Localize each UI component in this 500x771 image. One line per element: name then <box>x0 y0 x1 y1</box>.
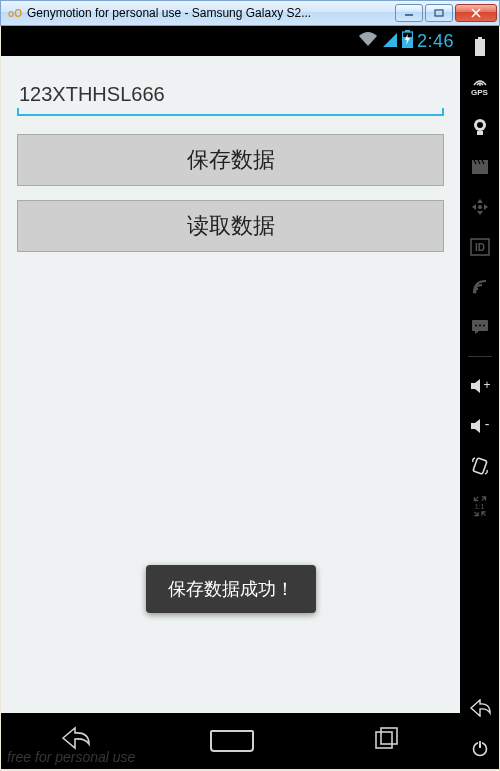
svg-rect-7 <box>376 732 392 748</box>
svg-text:-: - <box>484 418 489 432</box>
battery-icon[interactable] <box>469 36 491 58</box>
svg-point-21 <box>475 325 477 327</box>
data-input[interactable] <box>17 74 444 116</box>
app-body: 保存数据 读取数据 保存数据成功！ <box>1 56 460 713</box>
id-icon[interactable]: ID <box>469 236 491 258</box>
pixel-ratio-icon[interactable]: 1:1 <box>469 495 491 517</box>
input-wrap <box>17 74 444 116</box>
sidebar-back-icon[interactable] <box>469 697 491 719</box>
svg-rect-15 <box>472 164 488 174</box>
rotate-icon[interactable] <box>469 455 491 477</box>
genymotion-sidebar: GPS ID + - 1:1 <box>460 26 499 769</box>
svg-point-11 <box>479 84 481 86</box>
phone-screen: 2:46 保存数据 读取数据 保存数据成功！ free for personal… <box>1 26 460 769</box>
svg-rect-10 <box>475 39 485 56</box>
window-title: Genymotion for personal use - Samsung Ga… <box>27 6 395 20</box>
clock: 2:46 <box>417 31 454 52</box>
svg-text:+: + <box>483 378 490 392</box>
android-status-bar: 2:46 <box>1 26 460 56</box>
sms-icon[interactable] <box>469 316 491 338</box>
volume-up-icon[interactable]: + <box>469 375 491 397</box>
watermark: free for personal use <box>7 749 135 765</box>
toast-message: 保存数据成功！ <box>146 565 316 613</box>
svg-rect-26 <box>472 458 486 475</box>
emulator-content: 2:46 保存数据 读取数据 保存数据成功！ free for personal… <box>1 26 499 769</box>
svg-rect-9 <box>478 37 482 39</box>
dpad-icon[interactable] <box>469 196 491 218</box>
save-button[interactable]: 保存数据 <box>17 134 444 186</box>
svg-rect-8 <box>381 728 397 744</box>
window-titlebar: oO Genymotion for personal use - Samsung… <box>0 0 500 26</box>
minimize-button[interactable] <box>395 4 423 22</box>
read-button[interactable]: 读取数据 <box>17 200 444 252</box>
network-icon[interactable] <box>469 276 491 298</box>
svg-point-19 <box>473 291 476 294</box>
sidebar-divider <box>468 356 492 357</box>
svg-rect-14 <box>477 131 483 135</box>
recent-apps-button[interactable] <box>374 726 400 757</box>
close-button[interactable] <box>455 4 497 22</box>
wifi-icon <box>358 31 378 51</box>
home-button[interactable] <box>210 730 254 752</box>
svg-point-23 <box>483 325 485 327</box>
svg-text:ID: ID <box>475 242 485 253</box>
gps-icon[interactable]: GPS <box>469 76 491 98</box>
camera-icon[interactable] <box>469 116 491 138</box>
clapperboard-icon[interactable] <box>469 156 491 178</box>
window-controls <box>395 4 497 22</box>
svg-rect-1 <box>435 10 443 16</box>
power-icon[interactable] <box>469 737 491 759</box>
maximize-button[interactable] <box>425 4 453 22</box>
svg-point-22 <box>479 325 481 327</box>
app-icon: oO <box>7 5 23 21</box>
volume-down-icon[interactable]: - <box>469 415 491 437</box>
svg-point-13 <box>477 122 483 128</box>
svg-point-16 <box>478 205 482 209</box>
signal-icon <box>382 32 398 51</box>
battery-charging-icon <box>402 30 413 52</box>
